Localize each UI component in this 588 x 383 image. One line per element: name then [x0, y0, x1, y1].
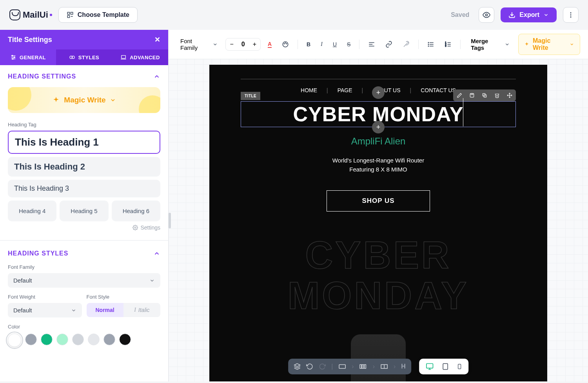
font-style-italic[interactable]: IItalic: [123, 303, 160, 317]
add-below-button[interactable]: +: [372, 121, 385, 133]
bold-button[interactable]: B: [303, 39, 314, 50]
nav-page[interactable]: PAGE: [338, 87, 352, 93]
sparkle-icon: [52, 96, 60, 104]
underline-button[interactable]: U: [330, 39, 340, 50]
color-swatch-gray2[interactable]: [103, 334, 115, 345]
svg-rect-58: [443, 364, 448, 370]
preview-button[interactable]: [479, 7, 494, 23]
tab-general[interactable]: GENERAL: [0, 49, 56, 65]
text-color-button[interactable]: A: [265, 38, 275, 50]
edit-button[interactable]: [453, 89, 466, 101]
title-block[interactable]: TITLE + CYBER MONDAY +: [241, 101, 516, 127]
tab-styles-label: STYLES: [78, 55, 100, 60]
sidebar-tabs: GENERAL STYLES ADVANCED: [0, 49, 168, 65]
decrease-button[interactable]: −: [226, 38, 237, 50]
undo-icon[interactable]: [306, 363, 313, 370]
color-picker-button[interactable]: [279, 38, 292, 50]
font-style-toggle: Normal IItalic: [87, 303, 161, 317]
email-subtitle[interactable]: AmpliFi Alien: [241, 136, 516, 147]
font-family-dropdown[interactable]: Font Family: [176, 35, 221, 53]
section-icon[interactable]: [338, 363, 346, 370]
tablet-icon[interactable]: [442, 363, 449, 370]
sidebar: Title Settings ✕ GENERAL STYLES ADVANCED…: [0, 30, 169, 381]
email-description[interactable]: World's Longest-Range Wifi Router Featur…: [241, 156, 516, 174]
heading-option-6[interactable]: Heading 6: [112, 201, 160, 221]
magic-write-toolbar-button[interactable]: Magic Write: [518, 34, 580, 55]
svg-point-8: [570, 16, 572, 18]
logo-dot-icon: [50, 14, 52, 16]
laptop-icon: [120, 54, 127, 60]
color-swatch-gray[interactable]: [25, 334, 37, 345]
magic-write-banner[interactable]: Magic Write: [8, 87, 160, 113]
mail-icon: [9, 9, 20, 20]
svg-point-31: [428, 42, 429, 43]
link-button[interactable]: [382, 38, 396, 50]
svg-point-13: [14, 57, 15, 58]
chevron-down-icon: [570, 42, 574, 47]
heading-crumb-icon[interactable]: H: [401, 363, 406, 370]
desktop-icon[interactable]: [425, 363, 434, 370]
mobile-icon[interactable]: [457, 363, 462, 370]
chevron-down-icon: [505, 42, 510, 47]
settings-link[interactable]: Settings: [8, 224, 160, 231]
move-button[interactable]: [503, 89, 516, 101]
strikethrough-button[interactable]: S: [344, 39, 354, 50]
chevron-down-icon: [543, 12, 549, 18]
color-swatch-black[interactable]: [119, 334, 131, 345]
svg-rect-50: [360, 365, 362, 368]
align-button[interactable]: [365, 38, 378, 50]
layers-icon[interactable]: [294, 363, 301, 370]
color-swatch-green[interactable]: [41, 334, 53, 345]
edit-icon: [457, 93, 462, 98]
increase-button[interactable]: +: [249, 38, 260, 50]
redo-icon[interactable]: [319, 363, 326, 370]
heading-option-3[interactable]: This Is Heading 3: [8, 180, 160, 197]
delete-button[interactable]: [491, 89, 503, 101]
shop-button[interactable]: SHOP US: [327, 190, 430, 212]
color-swatch-light[interactable]: [72, 334, 84, 345]
merge-tags-dropdown[interactable]: Merge Tags: [466, 35, 514, 53]
email-canvas[interactable]: HOME| PAGE| ABOUT US| CONTACT US TITLE +: [169, 59, 588, 381]
more-button[interactable]: [563, 7, 579, 23]
sidebar-panel: HEADING SETTINGS Magic Write Heading Tag…: [0, 65, 168, 381]
svg-point-7: [570, 15, 572, 16]
close-icon[interactable]: ✕: [154, 35, 160, 44]
tab-styles[interactable]: STYLES: [56, 49, 112, 65]
number-list-button[interactable]: 123: [441, 38, 455, 50]
resize-handle[interactable]: [169, 213, 171, 228]
heading-styles-header[interactable]: HEADING STYLES: [8, 250, 160, 257]
heading-option-2[interactable]: This Is Heading 2: [8, 157, 160, 177]
merge-tags-label: Merge Tags: [471, 38, 502, 51]
choose-template-button[interactable]: Choose Template: [58, 7, 138, 23]
heading-option-5[interactable]: Heading 5: [60, 201, 108, 221]
add-above-button[interactable]: +: [372, 86, 385, 99]
heading-option-1[interactable]: This Is Heading 1: [8, 131, 160, 154]
logo: MailUi: [9, 9, 52, 20]
nav-contact[interactable]: CONTACT US: [421, 87, 456, 93]
heading-option-4[interactable]: Heading 4: [8, 201, 56, 221]
export-button[interactable]: Export: [501, 7, 557, 22]
column-icon[interactable]: [380, 363, 388, 370]
font-style-normal[interactable]: Normal: [87, 303, 123, 317]
nav-home[interactable]: HOME: [301, 87, 317, 93]
chevron-up-icon: [153, 250, 160, 257]
heading-settings-header[interactable]: HEADING SETTINGS: [8, 73, 160, 80]
font-weight-select[interactable]: Default: [8, 303, 82, 317]
tab-advanced-label: ADVANCED: [130, 55, 160, 60]
color-swatch-white[interactable]: [8, 334, 21, 347]
big-outline-text: CYBER MONDAY: [241, 235, 516, 316]
save-button[interactable]: [466, 89, 478, 101]
bullet-list-button[interactable]: [424, 38, 437, 50]
color-swatch-mint[interactable]: [56, 334, 68, 345]
chevron-up-icon: [153, 73, 160, 80]
unlink-button[interactable]: [399, 38, 413, 50]
font-family-value: Default: [13, 277, 32, 284]
italic-button[interactable]: I: [318, 39, 326, 50]
duplicate-button[interactable]: [478, 89, 491, 101]
columns-icon[interactable]: [359, 363, 367, 370]
svg-point-19: [135, 227, 136, 228]
color-swatch-lighter[interactable]: [88, 334, 100, 345]
font-family-select[interactable]: Default: [8, 273, 160, 288]
svg-rect-49: [339, 365, 345, 368]
tab-advanced[interactable]: ADVANCED: [112, 49, 168, 65]
